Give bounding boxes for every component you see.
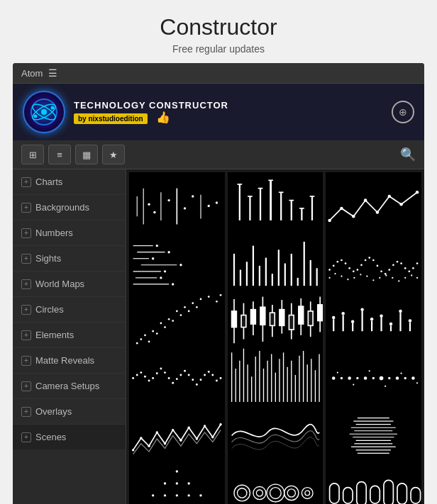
svg-rect-155	[317, 305, 322, 321]
grid-cell-17[interactable]	[228, 459, 323, 504]
svg-point-43	[400, 203, 403, 206]
svg-point-238	[385, 386, 386, 387]
hamburger-icon[interactable]: ☰	[48, 67, 57, 79]
main-content: + Charts + Backgrounds + Numbers + Sight…	[13, 169, 424, 504]
svg-point-103	[354, 277, 355, 279]
search-icon[interactable]: 🔍	[400, 147, 416, 162]
expand-icon-world-maps: +	[21, 279, 31, 289]
svg-point-184	[164, 371, 166, 374]
svg-point-96	[409, 270, 411, 272]
sidebar-item-backgrounds[interactable]: + Backgrounds	[13, 195, 126, 220]
svg-rect-268	[129, 459, 225, 504]
sidebar-item-sights[interactable]: + Sights	[13, 246, 126, 271]
expand-icon-backgrounds: +	[21, 203, 31, 213]
sidebar-item-elements[interactable]: + Elements	[13, 323, 126, 348]
svg-point-179	[144, 376, 146, 378]
expand-icon-camera-setups: +	[21, 381, 31, 391]
sidebar-item-scenes[interactable]: + Scenes	[13, 425, 126, 449]
svg-point-187	[176, 378, 178, 380]
svg-point-118	[152, 330, 154, 332]
svg-point-59	[172, 283, 174, 285]
toolbar-btn-3[interactable]: ▦	[75, 145, 98, 164]
sidebar-item-matte-reveals[interactable]: + Matte Reveals	[13, 348, 126, 374]
svg-point-243	[140, 437, 142, 439]
svg-point-88	[377, 265, 379, 267]
svg-point-246	[164, 442, 166, 444]
svg-point-104	[360, 274, 362, 275]
svg-point-272	[187, 482, 189, 484]
svg-point-247	[172, 429, 174, 431]
svg-point-108	[385, 274, 387, 276]
svg-point-167	[342, 312, 345, 315]
sidebar-item-circles[interactable]: + Circles	[13, 297, 126, 323]
svg-point-275	[176, 494, 178, 496]
svg-rect-149	[289, 315, 294, 330]
svg-point-78	[337, 261, 339, 263]
svg-point-251	[204, 425, 206, 427]
expand-icon-sights: +	[21, 254, 31, 264]
svg-point-225	[341, 377, 343, 379]
svg-rect-294	[228, 459, 323, 504]
svg-point-172	[389, 323, 392, 326]
svg-point-183	[160, 367, 162, 369]
grid-cell-16[interactable]	[129, 459, 225, 504]
svg-point-119	[148, 341, 150, 343]
sidebar-item-camera-setups[interactable]: + Camera Setups	[13, 374, 126, 399]
svg-point-233	[404, 377, 406, 379]
expand-icon-matte-reveals: +	[21, 356, 31, 366]
svg-point-252	[211, 436, 214, 438]
svg-point-58	[160, 276, 162, 279]
sidebar-item-numbers[interactable]: + Numbers	[13, 220, 126, 246]
toolbar-btn-4[interactable]: ★	[102, 145, 125, 164]
svg-point-12	[167, 199, 170, 201]
svg-point-5	[34, 115, 38, 118]
svg-point-113	[416, 277, 418, 279]
svg-point-130	[200, 298, 202, 301]
svg-point-269	[176, 470, 178, 472]
sidebar-label-elements: Elements	[35, 330, 74, 340]
svg-point-274	[164, 494, 166, 496]
svg-point-270	[164, 482, 166, 484]
svg-point-81	[349, 267, 351, 269]
sidebar-label-backgrounds: Backgrounds	[35, 202, 89, 213]
svg-point-178	[140, 371, 142, 374]
svg-point-229	[372, 377, 375, 379]
toolbar-btn-2[interactable]: ≡	[48, 145, 71, 164]
svg-point-44	[416, 191, 419, 194]
sidebar-item-world-maps[interactable]: + World Maps	[13, 271, 126, 297]
svg-point-91	[389, 269, 391, 271]
toolbar-icons: ⊞ ≡ ▦ ★	[21, 145, 125, 164]
svg-point-168	[351, 320, 354, 323]
svg-point-198	[220, 377, 222, 379]
svg-point-97	[412, 267, 414, 269]
svg-point-177	[136, 374, 138, 376]
svg-point-170	[370, 318, 373, 321]
grid-cell-18[interactable]	[326, 459, 421, 504]
page-header: Constructor Free regular updates	[160, 14, 277, 55]
svg-point-190	[188, 374, 190, 376]
svg-point-231	[388, 377, 390, 379]
expand-icon-charts: +	[21, 177, 31, 187]
svg-point-57	[164, 270, 166, 272]
grid-area	[126, 169, 424, 504]
compass-icon[interactable]: ⊕	[392, 101, 414, 123]
sidebar-label-world-maps: World Maps	[35, 279, 84, 289]
svg-point-94	[401, 262, 403, 264]
svg-point-98	[416, 262, 419, 264]
svg-point-53	[156, 245, 158, 247]
svg-point-134	[220, 294, 222, 296]
svg-point-194	[204, 374, 206, 376]
svg-point-107	[380, 277, 381, 279]
svg-point-39	[352, 215, 355, 218]
sidebar-item-overlays[interactable]: + Overlays	[13, 399, 126, 425]
sidebar-item-charts[interactable]: + Charts	[13, 169, 126, 195]
hero-like-icon[interactable]: 👍	[156, 111, 170, 123]
svg-point-15	[192, 195, 194, 197]
hero-badge: by nixstudioedition	[74, 113, 148, 124]
svg-point-239	[401, 373, 402, 374]
svg-point-86	[369, 257, 371, 259]
toolbar-btn-1[interactable]: ⊞	[21, 145, 44, 164]
svg-point-117	[140, 338, 142, 340]
svg-point-245	[156, 431, 158, 433]
svg-point-240	[416, 382, 418, 383]
